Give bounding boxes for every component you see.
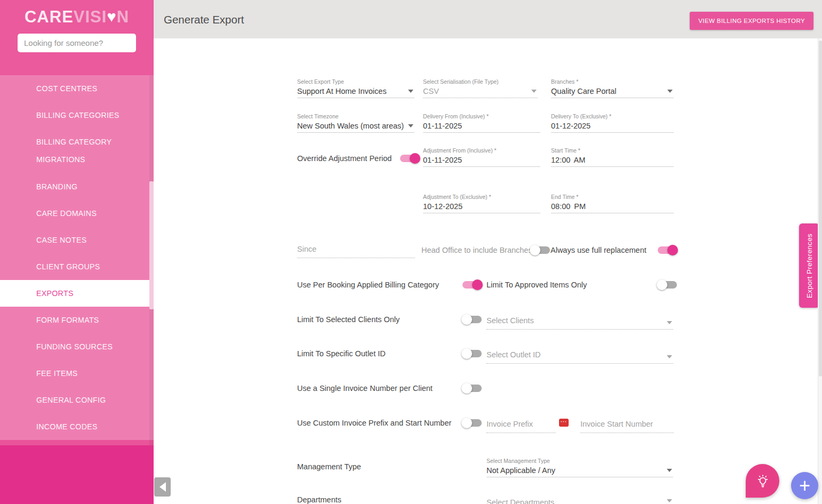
sidebar-footer xyxy=(0,445,154,504)
adjustment-to-field[interactable]: Adjustment To (Exclusive) * 10-12-2025 xyxy=(423,194,540,213)
select-outlet-dropdown[interactable]: Select Outlet ID xyxy=(486,348,673,364)
departments-dropdown[interactable]: Select Departments xyxy=(486,496,673,504)
sidebar-item-care-domains[interactable]: CARE DOMAINS xyxy=(0,200,154,227)
delivery-from-label: Delivery From (Inclusive) * xyxy=(423,113,540,119)
sidebar-scrollbar-thumb[interactable] xyxy=(149,181,154,309)
single-invoice-label: Use a Single Invoice Number per Client xyxy=(297,384,433,393)
sidebar-item-client-groups[interactable]: CLIENT GROUPS xyxy=(0,253,154,280)
per-booking-toggle[interactable] xyxy=(462,281,482,289)
since-field[interactable]: Since xyxy=(297,243,415,258)
main-scrollbar[interactable] xyxy=(818,38,822,504)
sidebar-item-general-config[interactable]: GENERAL CONFIG xyxy=(0,387,154,413)
collapse-sidebar-button[interactable] xyxy=(154,477,171,497)
sidebar-item-fee-items[interactable]: FEE ITEMS xyxy=(0,360,154,387)
invoice-prefix-field[interactable]: Invoice Prefix xyxy=(486,418,556,433)
select-outlet-placeholder: Select Outlet ID xyxy=(486,350,673,360)
sidebar-item-cost-centres[interactable]: COST CENTRES xyxy=(0,75,154,102)
sidebar-item-form-formats[interactable]: FORM FORMATS xyxy=(0,307,154,333)
help-lightbulb-button[interactable] xyxy=(746,464,779,498)
full-replacement-toggle[interactable] xyxy=(658,246,677,254)
branches-select[interactable]: Branches * Quality Care Portal xyxy=(551,78,674,98)
serialisation-select[interactable]: Select Serialisation (File Type) CSV xyxy=(423,78,538,98)
chevron-down-icon xyxy=(408,90,413,93)
per-booking-label: Use Per Booking Applied Billing Category xyxy=(297,281,439,289)
since-placeholder: Since xyxy=(297,244,415,254)
select-clients-dropdown[interactable]: Select Clients xyxy=(486,314,673,330)
sidebar-item-billing-categories[interactable]: BILLING CATEGORIES xyxy=(0,102,154,129)
delivery-from-value: 01-11-2025 xyxy=(423,121,540,131)
sidebar-item-branding[interactable]: BRANDING xyxy=(0,173,154,200)
sidebar-header: CAREVISI♥N xyxy=(0,0,154,75)
delivery-to-field[interactable]: Delivery To (Exclusive) * 01-12-2025 xyxy=(551,113,674,133)
start-time-value: 12:00 AM xyxy=(551,155,674,165)
timezone-value: New South Wales (most areas) xyxy=(297,121,414,131)
sidebar-item-income-codes[interactable]: INCOME CODES xyxy=(0,413,154,440)
chevron-down-icon xyxy=(667,469,672,472)
end-time-value: 08:00 PM xyxy=(551,202,674,212)
override-adjustment-toggle[interactable] xyxy=(400,155,419,162)
departments-placeholder: Select Departments xyxy=(486,498,673,504)
selected-clients-label: Limit To Selected Clients Only xyxy=(297,315,400,324)
export-type-label: Select Export Type xyxy=(297,78,414,85)
select-clients-placeholder: Select Clients xyxy=(486,316,673,326)
chevron-down-icon xyxy=(667,321,672,324)
delivery-to-value: 01-12-2025 xyxy=(551,121,674,131)
management-type-select[interactable]: Select Management Type Not Applicable / … xyxy=(486,458,673,477)
delivery-from-field[interactable]: Delivery From (Inclusive) * 01-11-2025 xyxy=(423,113,540,133)
approved-only-label: Limit To Approved Items Only xyxy=(486,281,587,289)
end-time-field[interactable]: End Time * 08:00 PM xyxy=(551,194,674,213)
logo-text-visi: VISI xyxy=(74,7,107,26)
ellipsis-box-icon[interactable]: ··· xyxy=(559,419,569,427)
sidebar-item-funding-sources[interactable]: FUNDING SOURCES xyxy=(0,333,154,360)
start-time-field[interactable]: Start Time * 12:00 AM xyxy=(551,147,674,167)
chevron-down-icon xyxy=(408,124,413,127)
single-invoice-toggle[interactable] xyxy=(462,385,482,392)
sidebar-scrollbar[interactable] xyxy=(149,75,154,445)
view-billing-exports-history-button[interactable]: VIEW BILLING EXPORTS HISTORY xyxy=(690,12,813,30)
branches-label: Branches * xyxy=(551,78,674,85)
chevron-left-icon xyxy=(159,482,166,492)
search-input[interactable] xyxy=(18,34,136,52)
app-window: CAREVISI♥N COST CENTRES BILLING CATEGORI… xyxy=(0,0,822,504)
export-preferences-tab[interactable]: Export Preferences xyxy=(799,223,819,308)
invoice-prefix-placeholder: Invoice Prefix xyxy=(486,419,556,429)
lightbulb-icon xyxy=(755,473,771,489)
invoice-start-number-field[interactable]: Invoice Start Number xyxy=(580,418,674,433)
end-time-label: End Time * xyxy=(551,194,674,200)
heart-icon: ♥ xyxy=(107,8,116,25)
adjustment-to-value: 10-12-2025 xyxy=(423,202,540,212)
export-preferences-tab-label: Export Preferences xyxy=(805,234,813,298)
branches-value: Quality Care Portal xyxy=(551,86,674,97)
management-type-row-label: Management Type xyxy=(297,462,361,471)
serialisation-value: CSV xyxy=(423,86,538,97)
selected-clients-toggle[interactable] xyxy=(462,316,482,323)
logo-text-n: N xyxy=(117,7,129,26)
management-type-label: Select Management Type xyxy=(486,458,673,464)
approved-only-toggle[interactable] xyxy=(658,281,677,289)
full-replacement-label: Always use full replacement xyxy=(550,246,647,254)
sidebar-menu: COST CENTRES BILLING CATEGORIES BILLING … xyxy=(0,75,154,440)
head-office-label: Head Office to include Branches xyxy=(421,246,532,254)
delivery-to-label: Delivery To (Exclusive) * xyxy=(551,113,674,119)
main-scrollbar-thumb[interactable] xyxy=(819,41,822,377)
custom-prefix-toggle[interactable] xyxy=(462,419,482,427)
timezone-select[interactable]: Select Timezone New South Wales (most ar… xyxy=(297,113,414,133)
override-adjustment-label: Override Adjustment Period xyxy=(297,154,392,163)
page-header: Generate Export VIEW BILLING EXPORTS HIS… xyxy=(154,0,822,38)
carevision-logo: CAREVISI♥N xyxy=(0,5,154,28)
departments-row-label: Departments xyxy=(297,495,341,504)
sidebar-item-billing-category-migrations[interactable]: BILLING CATEGORY MIGRATIONS xyxy=(0,129,154,173)
head-office-toggle[interactable] xyxy=(531,246,550,254)
adjustment-from-label: Adjustment From (Inclusive) * xyxy=(423,147,540,154)
sidebar: CAREVISI♥N COST CENTRES BILLING CATEGORI… xyxy=(0,0,154,504)
adjustment-from-field[interactable]: Adjustment From (Inclusive) * 01-11-2025 xyxy=(423,147,540,167)
generate-export-form xyxy=(154,38,818,504)
export-type-select[interactable]: Select Export Type Support At Home Invoi… xyxy=(297,78,414,98)
export-type-value: Support At Home Invoices xyxy=(297,86,414,97)
outlet-id-toggle[interactable] xyxy=(462,350,482,357)
add-button[interactable]: + xyxy=(791,472,818,499)
sidebar-item-exports[interactable]: EXPORTS xyxy=(0,280,149,307)
sidebar-item-case-notes[interactable]: CASE NOTES xyxy=(0,227,154,253)
logo-text-care: CARE xyxy=(25,7,74,26)
serialisation-label: Select Serialisation (File Type) xyxy=(423,78,538,85)
